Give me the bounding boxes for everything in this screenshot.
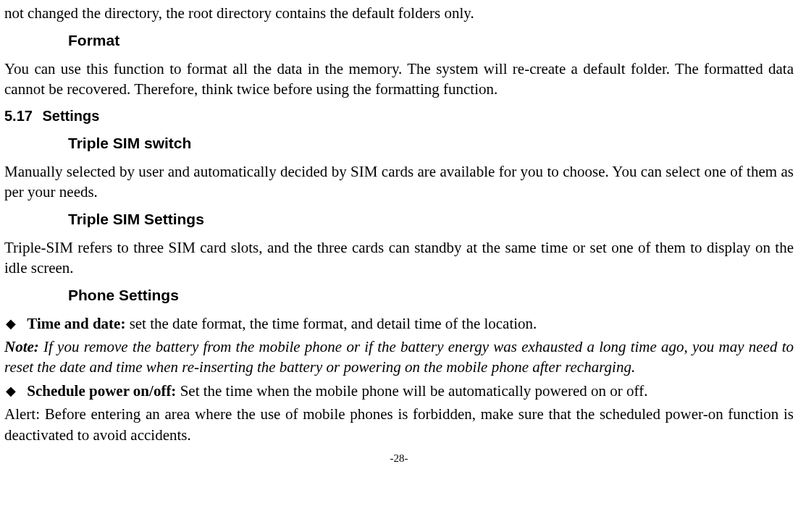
page-number: -28- [4, 451, 794, 465]
para-triple-sim-settings: Triple-SIM refers to three SIM card slot… [4, 237, 794, 279]
bullet-label: Time and date: [27, 315, 125, 332]
para-format: You can use this function to format all … [4, 59, 794, 100]
note-battery: Note: If you remove the battery from the… [4, 337, 794, 378]
bullet-schedule-power: ◆ Schedule power on/off: Set the time wh… [4, 381, 794, 401]
heading-triple-sim-settings: Triple SIM Settings [68, 209, 794, 229]
bullet-time-and-date: ◆ Time and date: set the date format, th… [4, 313, 794, 334]
bullet-label: Schedule power on/off: [27, 382, 176, 400]
diamond-icon: ◆ [6, 316, 16, 331]
heading-phone-settings: Phone Settings [68, 285, 794, 305]
section-number: 5.17 [4, 106, 33, 126]
diamond-icon: ◆ [6, 384, 16, 398]
heading-format: Format [68, 30, 794, 51]
para-alert: Alert: Before entering an area where the… [4, 404, 794, 445]
section-title: Settings [43, 108, 100, 124]
para-triple-sim-switch: Manually selected by user and automatica… [4, 161, 794, 203]
bullet-text: Set the time when the mobile phone will … [176, 382, 647, 400]
top-fragment: not changed the directory, the root dire… [4, 3, 794, 23]
page-content: not changed the directory, the root dire… [0, 3, 798, 465]
bullet-text: set the date format, the time format, an… [125, 315, 537, 332]
note-label: Note: [4, 338, 39, 355]
note-text: If you remove the battery from the mobil… [4, 338, 794, 376]
heading-settings: 5.17 Settings [4, 106, 794, 126]
heading-triple-sim-switch: Triple SIM switch [68, 133, 794, 153]
